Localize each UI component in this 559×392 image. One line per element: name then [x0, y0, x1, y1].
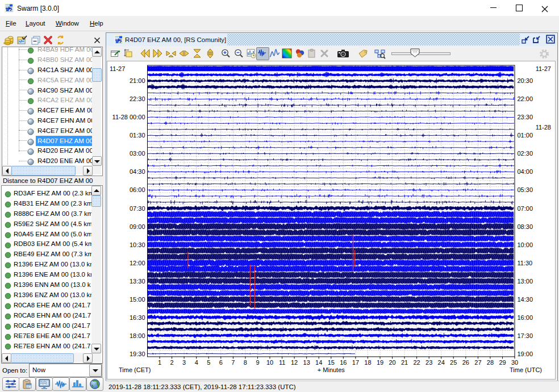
svg-text:08:30: 08:30: [518, 223, 533, 230]
svg-text:17:30: 17:30: [518, 332, 533, 339]
svg-text:20: 20: [389, 359, 395, 366]
svg-text:26: 26: [462, 359, 469, 366]
svg-text:18:00: 18:00: [130, 332, 145, 339]
svg-text:10:00: 10:00: [518, 241, 533, 248]
svg-text:04:30: 04:30: [130, 168, 145, 175]
svg-text:11:30: 11:30: [518, 260, 533, 266]
svg-text:11: 11: [279, 359, 285, 366]
svg-text:11-27: 11-27: [110, 65, 125, 72]
svg-text:20:30: 20:30: [518, 77, 533, 84]
svg-text:13: 13: [303, 359, 310, 366]
svg-text:9: 9: [256, 359, 259, 366]
svg-text:21:00: 21:00: [130, 77, 145, 84]
svg-text:12: 12: [291, 359, 298, 366]
svg-text:09:00: 09:00: [130, 223, 145, 230]
svg-text:29: 29: [499, 359, 506, 366]
svg-text:22: 22: [413, 359, 420, 366]
svg-text:11-27: 11-27: [536, 65, 551, 72]
svg-text:07:30: 07:30: [130, 205, 145, 212]
svg-text:7: 7: [231, 359, 235, 366]
svg-text:13:00: 13:00: [518, 278, 533, 285]
svg-text:19:30: 19:30: [130, 351, 145, 357]
svg-text:21: 21: [401, 359, 408, 366]
svg-text:06:00: 06:00: [130, 186, 145, 193]
svg-text:19:00: 19:00: [518, 351, 533, 357]
svg-text:24: 24: [438, 359, 445, 366]
svg-text:22:00: 22:00: [518, 95, 533, 102]
svg-text:Time (UTC): Time (UTC): [510, 366, 542, 373]
svg-text:4: 4: [195, 359, 198, 366]
svg-text:04:00: 04:00: [518, 168, 533, 175]
svg-text:23: 23: [425, 359, 432, 366]
svg-text:17: 17: [352, 359, 359, 366]
svg-text:16:00: 16:00: [518, 314, 533, 321]
svg-text:3: 3: [182, 359, 186, 366]
svg-text:16:30: 16:30: [130, 314, 145, 321]
svg-text:22:30: 22:30: [130, 95, 145, 102]
svg-text:25: 25: [450, 359, 457, 366]
svg-text:30: 30: [511, 359, 518, 366]
svg-text:10:30: 10:30: [130, 241, 145, 248]
svg-text:+ Minutes: + Minutes: [318, 366, 345, 373]
svg-text:02:30: 02:30: [518, 150, 533, 157]
svg-text:27: 27: [474, 359, 481, 366]
svg-text:12:00: 12:00: [130, 260, 145, 266]
svg-text:07:00: 07:00: [518, 205, 533, 212]
svg-text:05:30: 05:30: [518, 186, 533, 193]
svg-text:1: 1: [158, 359, 161, 366]
svg-text:Time (CET): Time (CET): [119, 366, 151, 373]
svg-text:14: 14: [315, 359, 322, 366]
svg-text:15:00: 15:00: [130, 296, 145, 303]
svg-text:5: 5: [207, 359, 210, 366]
svg-text:28: 28: [487, 359, 494, 366]
svg-text:10: 10: [266, 359, 273, 366]
svg-text:14:30: 14:30: [518, 296, 533, 303]
svg-text:2: 2: [170, 359, 174, 366]
svg-text:16: 16: [340, 359, 347, 366]
svg-text:18: 18: [364, 359, 371, 366]
svg-text:6: 6: [219, 359, 223, 366]
svg-text:13:30: 13:30: [130, 278, 145, 285]
svg-text:15: 15: [328, 359, 335, 366]
svg-text:23:30: 23:30: [518, 114, 533, 120]
svg-text:01:00: 01:00: [518, 132, 533, 139]
svg-text:19: 19: [377, 359, 383, 366]
svg-text:03:00: 03:00: [130, 150, 145, 157]
svg-text:8: 8: [244, 359, 247, 366]
svg-text:11-28: 11-28: [536, 124, 551, 131]
svg-text:01:30: 01:30: [130, 132, 145, 139]
svg-text:11-28 00:00: 11-28 00:00: [112, 114, 145, 120]
